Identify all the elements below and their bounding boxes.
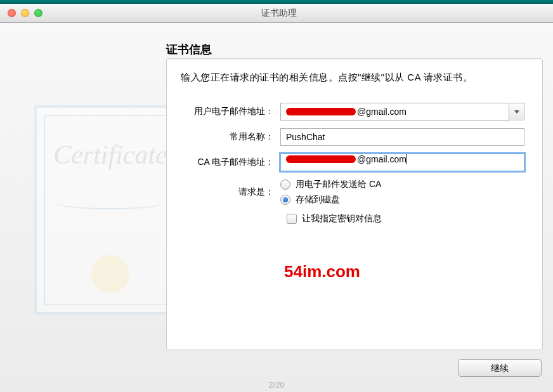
- window-title: 证书助理: [42, 8, 515, 19]
- user-email-row: 用户电子邮件地址： @gmail.com: [181, 103, 528, 121]
- radio-disk-label: 存储到磁盘: [296, 194, 340, 206]
- section-title: 证书信息: [166, 42, 212, 57]
- radio-icon: [280, 195, 290, 205]
- maximize-button[interactable]: [34, 9, 42, 17]
- radio-email-label: 用电子邮件发送给 CA: [296, 179, 381, 190]
- instruction-text: 输入您正在请求的证书的相关信息。点按"继续"以从 CA 请求证书。: [181, 72, 528, 84]
- ca-email-row: CA 电子邮件地址： @gmail.com: [181, 154, 528, 171]
- radio-save-to-disk[interactable]: 存储到磁盘: [280, 194, 528, 206]
- common-name-row: 常用名称：: [181, 128, 528, 146]
- radio-icon: [280, 180, 290, 190]
- ca-email-value: @gmail.com: [357, 154, 407, 164]
- traffic-lights: [8, 9, 42, 17]
- combobox-arrow[interactable]: [509, 103, 524, 121]
- request-type-row: 请求是： 用电子邮件发送给 CA 存储到磁盘: [181, 179, 528, 206]
- content-area: Certificate 证书信息 输入您正在请求的证书的相关信息。点按"继续"以…: [0, 23, 553, 392]
- user-email-combobox[interactable]: @gmail.com: [280, 103, 524, 121]
- watermark-text: 54im.com: [284, 262, 360, 282]
- common-name-input[interactable]: [280, 128, 524, 146]
- user-email-value: @gmail.com: [357, 107, 407, 117]
- ca-email-label: CA 电子邮件地址：: [181, 157, 280, 168]
- certificate-graphic: Certificate: [34, 105, 186, 315]
- request-type-label: 请求是：: [181, 186, 280, 198]
- page-indicator: 2/20: [268, 380, 284, 389]
- checkbox-icon: [287, 214, 297, 224]
- request-type-radiogroup: 用电子邮件发送给 CA 存储到磁盘: [280, 179, 528, 206]
- close-button[interactable]: [8, 9, 16, 17]
- radio-email-to-ca[interactable]: 用电子邮件发送给 CA: [280, 179, 528, 190]
- certificate-script-text: Certificate: [49, 140, 171, 170]
- ca-email-input[interactable]: @gmail.com: [280, 154, 524, 171]
- user-email-label: 用户电子邮件地址：: [181, 106, 280, 117]
- continue-button[interactable]: 继续: [458, 359, 542, 377]
- text-cursor: [407, 154, 407, 164]
- titlebar: 证书助理: [0, 4, 553, 23]
- keypair-checkbox-row[interactable]: 让我指定密钥对信息: [287, 213, 528, 225]
- certificate-swoosh: [56, 197, 165, 209]
- redacted-mark: [286, 108, 356, 115]
- keypair-checkbox-label: 让我指定密钥对信息: [302, 213, 382, 225]
- redacted-mark: [286, 155, 356, 163]
- certificate-seal: [91, 255, 129, 293]
- chevron-down-icon: [514, 110, 519, 114]
- common-name-label: 常用名称：: [181, 131, 280, 143]
- form-panel: 输入您正在请求的证书的相关信息。点按"继续"以从 CA 请求证书。 用户电子邮件…: [166, 58, 543, 350]
- minimize-button[interactable]: [21, 9, 29, 17]
